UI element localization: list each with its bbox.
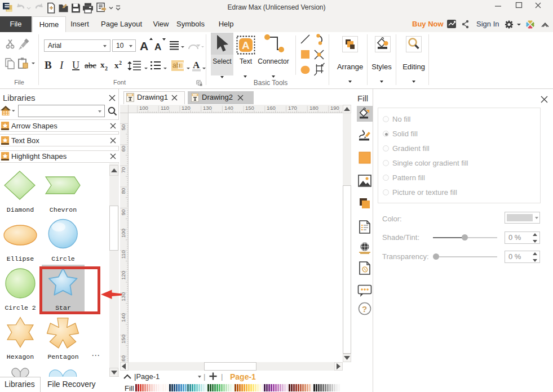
svg-text:B: B	[45, 59, 52, 71]
svg-text:U: U	[72, 60, 79, 71]
svg-text:x: x	[114, 61, 119, 70]
svg-text:x: x	[100, 60, 105, 69]
svg-text:A: A	[242, 39, 250, 51]
svg-text:abc: abc	[85, 61, 96, 70]
svg-text:A: A	[193, 60, 200, 70]
svg-text:I: I	[59, 59, 64, 71]
svg-text:2: 2	[119, 60, 122, 66]
svg-text:A: A	[154, 42, 161, 52]
svg-text:2: 2	[105, 65, 108, 72]
svg-text:?: ?	[362, 304, 367, 314]
svg-text:A: A	[140, 39, 148, 52]
